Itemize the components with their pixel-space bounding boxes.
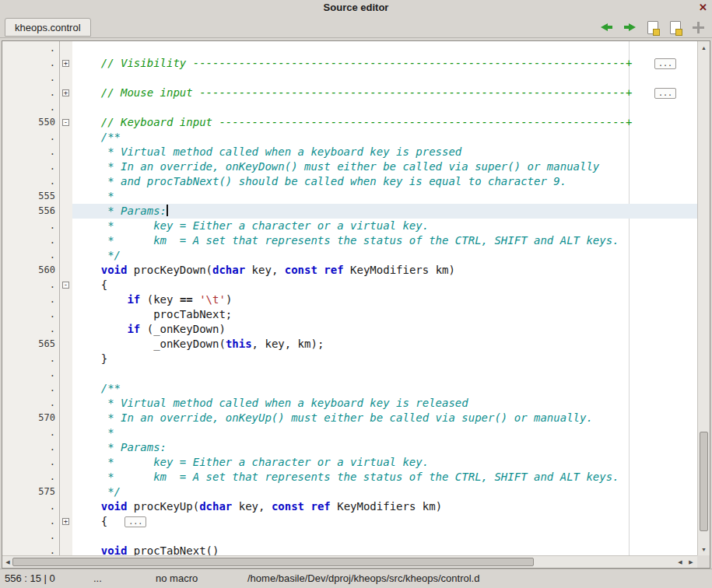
editor-row[interactable]: . * Virtual method called when a keyboar… — [2, 145, 697, 159]
code-line[interactable]: * Params: — [72, 440, 697, 455]
editor-row[interactable]: . } — [2, 352, 697, 366]
editor-row[interactable]: .+ // Visibility -----------------------… — [2, 56, 697, 71]
code-line[interactable]: * In an override, onKeyUp() must either … — [72, 411, 697, 425]
code-line[interactable] — [72, 71, 697, 86]
editor-row[interactable]: . void procTabNext() — [2, 544, 697, 555]
editor-row[interactable]: . — [2, 41, 697, 56]
editor-row[interactable]: . procTabNext; — [2, 307, 697, 322]
code-line[interactable]: * Virtual method called when a keyboard … — [72, 145, 697, 159]
code-line[interactable]: /** — [72, 130, 697, 145]
editor-row[interactable]: 565 _onKeyDown(this, key, km); — [2, 337, 697, 352]
code-line[interactable]: // Keyboard input ----------------------… — [72, 115, 697, 130]
code-line[interactable] — [72, 41, 697, 56]
code-line[interactable] — [72, 366, 697, 381]
fold-column — [60, 455, 72, 470]
code-line[interactable]: */ — [72, 485, 697, 499]
code-line[interactable]: void procTabNext() — [72, 544, 697, 555]
horizontal-scrollbar[interactable]: ◀ ◀ ▶ — [2, 555, 697, 568]
editor-row[interactable]: . — [2, 366, 697, 381]
editor-row[interactable]: . /** — [2, 130, 697, 145]
code-line[interactable]: // Visibility --------------------------… — [72, 56, 697, 71]
editor-row[interactable]: . * — [2, 425, 697, 440]
editor-row[interactable]: 570 * In an override, onKeyUp() must eit… — [2, 411, 697, 425]
code-line[interactable]: * Params: — [72, 204, 697, 219]
code-line[interactable]: { — [72, 278, 697, 292]
fold-expand-icon[interactable]: + — [62, 518, 69, 525]
tab-kheops-control[interactable]: kheops.control — [5, 18, 91, 37]
code-line[interactable] — [72, 529, 697, 544]
close-icon[interactable]: ✕ — [699, 0, 707, 16]
editor-row[interactable]: . if (_onKeyDown) — [2, 322, 697, 337]
scroll-right-icon[interactable]: ▶ — [686, 556, 696, 568]
folded-code-ellipsis[interactable]: ... — [654, 58, 676, 69]
code-line[interactable]: } — [72, 352, 697, 366]
code-line[interactable]: * — [72, 189, 697, 204]
folded-code-ellipsis[interactable]: ... — [125, 516, 146, 527]
editor-row[interactable]: . * Params: — [2, 440, 697, 455]
editor-row[interactable]: . — [2, 529, 697, 544]
editor-content[interactable]: ..+ // Visibility ----------------------… — [2, 41, 697, 555]
scroll-up-icon[interactable]: ▲ — [698, 42, 710, 53]
editor-row[interactable]: . * and procTabNext() should be called w… — [2, 174, 697, 189]
code-line[interactable]: /** — [72, 381, 697, 396]
fold-column — [60, 233, 72, 248]
editor-row[interactable]: 575 */ — [2, 485, 697, 499]
editor-row[interactable]: . * km = A set that represents the statu… — [2, 233, 697, 248]
editor-row[interactable]: 550- // Keyboard input -----------------… — [2, 115, 697, 130]
editor-row[interactable]: . * Virtual method called when a keyboar… — [2, 396, 697, 411]
editor-row[interactable]: . — [2, 100, 697, 115]
editor-row[interactable]: .+ {... — [2, 514, 697, 529]
editor-row[interactable]: . * km = A set that represents the statu… — [2, 470, 697, 485]
editor-row[interactable]: . * key = Either a character or a virtua… — [2, 455, 697, 470]
editor-row[interactable]: . * key = Either a character or a virtua… — [2, 219, 697, 233]
code-line[interactable]: {... — [72, 514, 697, 529]
code-line[interactable]: * Virtual method called when a keyboard … — [72, 396, 697, 411]
vertical-scrollbar[interactable]: ▲ ▼ — [697, 41, 710, 555]
code-line[interactable]: * key = Either a character or a virtual … — [72, 219, 697, 233]
nav-forward-icon[interactable] — [624, 23, 636, 31]
editor-row[interactable]: . void procKeyUp(dchar key, const ref Ke… — [2, 499, 697, 514]
code-line[interactable]: * km = A set that represents the status … — [72, 470, 697, 485]
document-modified-icon[interactable] — [670, 21, 681, 34]
vertical-scrollbar-thumb[interactable] — [700, 432, 708, 531]
fold-expand-icon[interactable]: + — [62, 60, 69, 67]
scroll-down-icon[interactable]: ▼ — [698, 544, 710, 555]
editor-row[interactable]: . /** — [2, 381, 697, 396]
detach-editor-icon[interactable] — [693, 22, 704, 33]
fold-expand-icon[interactable]: + — [62, 89, 69, 96]
code-line[interactable]: * km = A set that represents the status … — [72, 233, 697, 248]
code-line[interactable]: if (key == '\t') — [72, 292, 697, 307]
fold-collapse-icon[interactable]: - — [62, 119, 69, 126]
code-line[interactable]: void procKeyUp(dchar key, const ref KeyM… — [72, 499, 697, 514]
code-line[interactable]: _onKeyDown(this, key, km); — [72, 337, 697, 352]
folded-code-ellipsis[interactable]: ... — [654, 88, 676, 99]
editor-row[interactable]: . if (key == '\t') — [2, 292, 697, 307]
editor-row[interactable]: . * In an override, onKeyDown() must eit… — [2, 159, 697, 174]
document-new-icon[interactable] — [647, 21, 658, 34]
code-line[interactable]: * — [72, 425, 697, 440]
code-line[interactable]: * key = Either a character or a virtual … — [72, 455, 697, 470]
code-token: _onKeyDown( — [75, 338, 226, 350]
editor-row[interactable]: . */ — [2, 248, 697, 263]
code-line[interactable]: * In an override, onKeyDown() must eithe… — [72, 159, 697, 174]
editor-row[interactable]: .- { — [2, 278, 697, 292]
code-line[interactable]: * and procTabNext() should be called whe… — [72, 174, 697, 189]
nav-back-icon[interactable] — [601, 23, 612, 31]
fold-collapse-icon[interactable]: - — [62, 282, 69, 289]
editor-row[interactable]: 556 * Params: — [2, 204, 697, 219]
code-line[interactable] — [72, 100, 697, 115]
code-line[interactable]: */ — [72, 248, 697, 263]
code-line[interactable]: procTabNext; — [72, 307, 697, 322]
scroll-left-icon[interactable]: ◀ — [2, 556, 13, 568]
horizontal-scrollbar-thumb[interactable] — [12, 558, 534, 566]
code-line[interactable]: void procKeyDown(dchar key, const ref Ke… — [72, 263, 697, 278]
code-line[interactable]: // Mouse input -------------------------… — [72, 86, 697, 100]
editor-row[interactable]: 560 void procKeyDown(dchar key, const re… — [2, 263, 697, 278]
code-line[interactable]: if (_onKeyDown) — [72, 322, 697, 337]
scroll-left-secondary-icon[interactable]: ◀ — [675, 556, 686, 568]
editor-row[interactable]: . — [2, 71, 697, 86]
editor-row[interactable]: 555 * — [2, 189, 697, 204]
fold-column — [60, 41, 72, 56]
editor-row[interactable]: .+ // Mouse input ----------------------… — [2, 86, 697, 100]
fold-column — [60, 470, 72, 485]
